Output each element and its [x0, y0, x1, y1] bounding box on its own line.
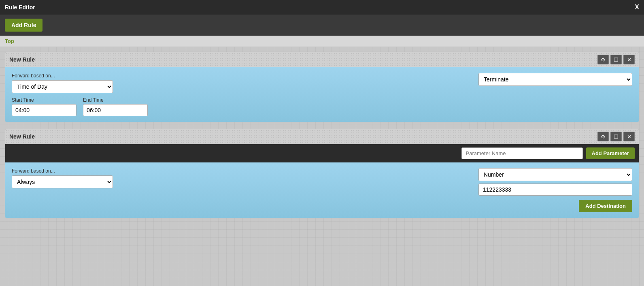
rule-close-button-2[interactable]: ✕: [623, 132, 635, 141]
forward-select-1[interactable]: Time of Day Always Never: [12, 80, 113, 93]
rule-body-2: Forward based on... Always Time of Day N…: [5, 162, 639, 218]
rule-title-1: New Rule: [9, 56, 35, 63]
rule-actions-2: ⚙ ☐ ✕: [597, 132, 635, 141]
rule-expand-button-2[interactable]: ☐: [610, 132, 622, 141]
rule-actions-1: ⚙ ☐ ✕: [597, 55, 635, 64]
rule-main-row-1: Forward based on... Time of Day Always N…: [12, 73, 632, 93]
rule-card-header-1: New Rule ⚙ ☐ ✕: [5, 52, 639, 67]
rule-gear-button-1[interactable]: ⚙: [597, 55, 609, 64]
rule-forward-group-1: Forward based on... Time of Day Always N…: [12, 73, 113, 93]
add-destination-button[interactable]: Add Destination: [579, 200, 632, 212]
terminate-select-1[interactable]: Terminate Forward Voicemail: [478, 73, 632, 86]
parameter-name-input[interactable]: [461, 147, 583, 159]
start-time-input[interactable]: [12, 104, 77, 116]
start-time-field: Start Time: [12, 97, 77, 116]
rule-close-button-1[interactable]: ✕: [623, 55, 635, 64]
param-bar: Add Parameter: [5, 144, 639, 162]
end-time-input[interactable]: [83, 104, 148, 116]
rule-card-header-2: New Rule ⚙ ☐ ✕: [5, 129, 639, 144]
rule-card-1: New Rule ⚙ ☐ ✕ Forward based on... Time …: [5, 52, 639, 122]
window-title: Rule Editor: [5, 4, 35, 11]
start-time-label: Start Time: [12, 97, 77, 103]
toolbar: Add Rule: [0, 15, 644, 36]
breadcrumb-text: Top: [5, 38, 14, 44]
destination-group: Number Terminate Forward Voicemail: [478, 168, 632, 196]
end-time-field: End Time: [83, 97, 148, 116]
destination-type-select[interactable]: Number Terminate Forward Voicemail: [478, 168, 632, 181]
rule-body-1: Forward based on... Time of Day Always N…: [5, 67, 639, 122]
add-parameter-button[interactable]: Add Parameter: [586, 147, 635, 159]
breadcrumb: Top: [0, 36, 644, 47]
rule-title-2: New Rule: [9, 133, 35, 140]
add-rule-button[interactable]: Add Rule: [5, 19, 43, 32]
rule-gear-button-2[interactable]: ⚙: [597, 132, 609, 141]
rule-card-2: New Rule ⚙ ☐ ✕ Add Parameter Forward bas…: [5, 129, 639, 218]
rule-forward-group-2: Forward based on... Always Time of Day N…: [12, 168, 113, 188]
forward-label-2: Forward based on...: [12, 168, 113, 174]
time-group-1: Start Time End Time: [12, 97, 632, 116]
title-bar: Rule Editor X: [0, 0, 644, 15]
main-content: New Rule ⚙ ☐ ✕ Forward based on... Time …: [0, 47, 644, 286]
end-time-label: End Time: [83, 97, 148, 103]
forward-select-2[interactable]: Always Time of Day Never: [12, 175, 113, 188]
forward-label-1: Forward based on...: [12, 73, 113, 79]
window-close-button[interactable]: X: [635, 4, 639, 11]
destination-input[interactable]: [478, 184, 632, 196]
rule-expand-button-1[interactable]: ☐: [610, 55, 622, 64]
terminate-group-1: Terminate Forward Voicemail: [478, 73, 632, 86]
rule-main-row-2: Forward based on... Always Time of Day N…: [12, 168, 632, 196]
